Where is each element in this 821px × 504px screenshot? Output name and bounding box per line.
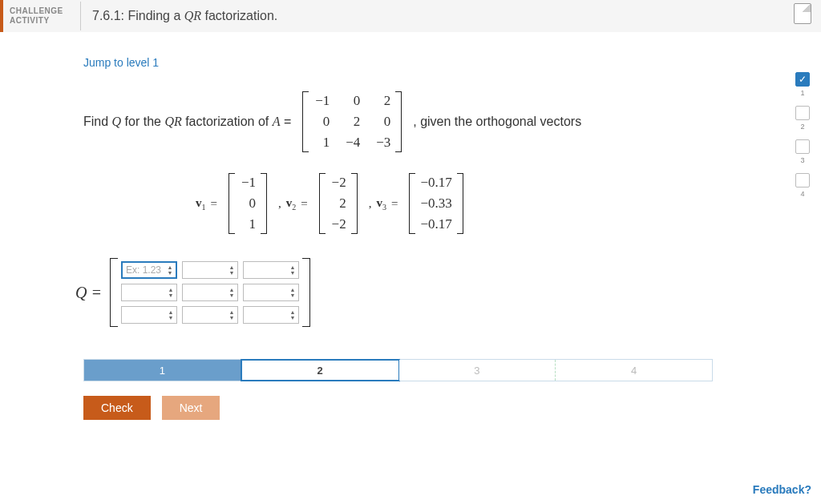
q-input-2-0[interactable]: ▲▼ [121, 306, 177, 324]
activity-title: 7.6.1: Finding a QR factorization. [92, 9, 277, 23]
progress-bar: 1 2 3 4 [83, 359, 713, 381]
q-input-2-1[interactable]: ▲▼ [182, 306, 238, 324]
progress-step-4[interactable]: 4 [556, 360, 712, 381]
v1-label: v1 [196, 196, 206, 212]
next-button[interactable]: Next [162, 396, 220, 420]
orthogonal-vectors: v1 = −1 0 1 , v2 = −2 2 −2 , v3 = − [196, 170, 821, 237]
activity-header: CHALLENGE ACTIVITY 7.6.1: Finding a QR f… [0, 0, 821, 32]
q-input-1-1[interactable]: ▲▼ [182, 284, 238, 301]
jump-to-level-link[interactable]: Jump to level 1 [83, 56, 159, 69]
check-button[interactable]: Check [83, 396, 151, 420]
q-input-2-2[interactable]: ▲▼ [243, 306, 299, 324]
v2-label: v2 [286, 196, 297, 212]
q-input-0-0[interactable]: Ex: 1.23▲▼ [121, 261, 177, 279]
problem-statement: Find Q for the QR factorization of A = −… [83, 88, 821, 237]
answer-area: Q = Ex: 1.23▲▼ ▲▼ ▲▼ ▲▼ ▲▼ ▲▼ ▲▼ ▲▼ ▲▼ [83, 258, 821, 327]
v3-label: v3 [376, 196, 386, 212]
q-input-0-2[interactable]: ▲▼ [243, 261, 299, 279]
progress-step-1[interactable]: 1 [84, 360, 241, 381]
q-input-0-1[interactable]: ▲▼ [182, 261, 238, 279]
progress-step-2[interactable]: 2 [241, 359, 400, 381]
q-input-1-2[interactable]: ▲▼ [243, 284, 299, 301]
matrix-A: −102 020 1−4−3 [296, 88, 408, 155]
progress-step-3[interactable]: 3 [399, 360, 556, 381]
challenge-label: CHALLENGE ACTIVITY [3, 6, 80, 26]
feedback-link[interactable]: Feedback? [753, 483, 811, 496]
q-input-1-0[interactable]: ▲▼ [121, 284, 177, 301]
divider [80, 2, 81, 30]
bookmark-icon[interactable] [794, 3, 811, 24]
